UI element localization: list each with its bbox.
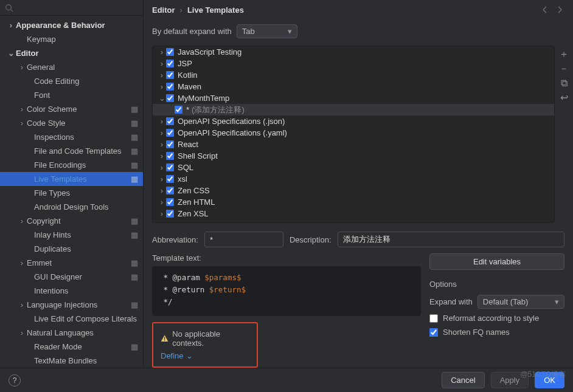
sidebar-item-live-edit-of-compose-literals[interactable]: Live Edit of Compose Literals — [0, 312, 143, 326]
sidebar-item-language-injections[interactable]: ›Language Injections▦ — [0, 298, 143, 312]
nav-forward-icon[interactable] — [555, 5, 564, 15]
gear-icon: ▦ — [131, 160, 138, 170]
gear-icon: ▦ — [131, 216, 138, 225]
template-checkbox[interactable] — [166, 210, 174, 218]
sidebar-item-file-types[interactable]: File Types — [0, 186, 143, 200]
template-row[interactable]: ›React — [153, 139, 554, 150]
template-row[interactable]: ›Kotlin — [153, 69, 554, 81]
sidebar-item-inlay-hints[interactable]: Inlay Hints▦ — [0, 228, 143, 242]
sidebar-item-inspections[interactable]: Inspections▦ — [0, 130, 143, 144]
template-checkbox[interactable] — [166, 140, 174, 148]
sidebar-item-file-encodings[interactable]: File Encodings▦ — [0, 158, 143, 172]
shorten-checkbox[interactable] — [429, 328, 438, 337]
chevron-icon: › — [158, 59, 166, 68]
template-checkbox[interactable] — [166, 152, 174, 160]
sidebar-item-editor[interactable]: ⌄Editor — [0, 46, 143, 60]
template-row[interactable]: ›xsl — [153, 173, 554, 185]
sidebar-item-gui-designer[interactable]: GUI Designer▦ — [0, 270, 143, 284]
template-row[interactable]: ⌄MyMonthTemp — [153, 92, 554, 104]
template-checkbox[interactable] — [166, 187, 174, 194]
sidebar-item-android-design-tools[interactable]: Android Design Tools — [0, 200, 143, 214]
sidebar-item-label: Color Scheme — [27, 105, 128, 114]
sidebar-item-code-style[interactable]: ›Code Style▦ — [0, 116, 143, 130]
settings-tree: ›Appearance & BehaviorKeymap⌄Editor›Gene… — [0, 16, 143, 368]
sidebar-item-file-and-code-templates[interactable]: File and Code Templates▦ — [0, 144, 143, 158]
edit-variables-button[interactable]: Edit variables — [429, 253, 564, 270]
sidebar-item-keymap[interactable]: Keymap — [0, 32, 143, 46]
template-row[interactable]: ›JSP — [153, 58, 554, 69]
gear-icon: ▦ — [131, 230, 138, 239]
chevron-icon: ⌄ — [6, 49, 16, 58]
sidebar-item-duplicates[interactable]: Duplicates — [0, 242, 143, 256]
add-template-icon[interactable]: ＋ — [559, 49, 569, 59]
sidebar-item-intentions[interactable]: Intentions — [0, 284, 143, 298]
template-checkbox[interactable] — [166, 163, 174, 171]
cancel-button[interactable]: Cancel — [442, 372, 484, 388]
sidebar-item-general[interactable]: ›General — [0, 60, 143, 74]
template-checkbox[interactable] — [166, 129, 174, 137]
template-label: Kotlin — [178, 70, 198, 80]
sidebar-item-label: Code Style — [27, 119, 128, 128]
default-expand-combo[interactable]: Tab ▾ — [237, 24, 297, 38]
reformat-label[interactable]: Reformat according to style — [443, 314, 539, 323]
chevron-icon: › — [158, 186, 166, 195]
copy-template-icon[interactable]: ⧉ — [561, 78, 568, 88]
sidebar-item-label: Live Templates — [34, 174, 128, 184]
template-text-editor[interactable]: * @param $params$ * @return $return$ */ — [152, 266, 421, 316]
template-row[interactable]: ›Zen XSL — [153, 208, 554, 219]
chevron-icon: › — [17, 258, 27, 267]
context-warning-text: No applicable contexts. — [172, 329, 249, 348]
ok-button[interactable]: OK — [535, 372, 564, 388]
sidebar-item-label: Inspections — [34, 132, 128, 142]
desc-input[interactable] — [338, 232, 564, 247]
template-row[interactable]: ›Maven — [153, 81, 554, 92]
sidebar-item-copyright[interactable]: ›Copyright▦ — [0, 214, 143, 228]
template-row[interactable]: *(添加方法注释) — [153, 104, 554, 115]
template-checkbox[interactable] — [166, 48, 174, 56]
template-checkbox[interactable] — [166, 198, 174, 206]
template-checkbox[interactable] — [166, 60, 174, 67]
template-checkbox[interactable] — [166, 175, 174, 183]
sidebar-item-color-scheme[interactable]: ›Color Scheme▦ — [0, 102, 143, 116]
define-context-link[interactable]: Define ⌄ — [161, 351, 193, 360]
template-row[interactable]: ›SQL — [153, 162, 554, 173]
template-row[interactable]: ›OpenAPI Specifications (.yaml) — [153, 127, 554, 139]
sidebar-item-appearance-behavior[interactable]: ›Appearance & Behavior — [0, 18, 143, 32]
template-label: xsl — [178, 174, 187, 184]
expand-with-combo[interactable]: Default (Tab) ▾ — [478, 295, 564, 309]
settings-search[interactable] — [0, 0, 143, 16]
reformat-checkbox[interactable] — [429, 314, 438, 323]
shorten-label[interactable]: Shorten FQ names — [443, 328, 510, 337]
template-checkbox[interactable] — [166, 71, 174, 79]
template-checkbox[interactable] — [166, 94, 174, 102]
breadcrumb-parent[interactable]: Editor — [152, 5, 175, 15]
sidebar-item-code-editing[interactable]: Code Editing — [0, 74, 143, 88]
template-label: * — [186, 105, 189, 114]
sidebar-item-label: File Types — [34, 188, 138, 198]
template-checkbox[interactable] — [166, 83, 174, 91]
template-checkbox[interactable] — [175, 106, 182, 114]
apply-button[interactable]: Apply — [491, 372, 529, 388]
revert-template-icon[interactable]: ↩ — [560, 93, 568, 103]
chevron-icon: › — [158, 174, 166, 184]
sidebar-item-label: Duplicates — [34, 244, 138, 253]
template-row[interactable]: ›JavaScript Testing — [153, 46, 554, 58]
template-checkbox[interactable] — [166, 117, 174, 125]
sidebar-item-emmet[interactable]: ›Emmet▦ — [0, 256, 143, 270]
abbrev-input[interactable] — [204, 232, 283, 247]
sidebar-item-reader-mode[interactable]: Reader Mode▦ — [0, 340, 143, 354]
nav-back-icon[interactable] — [540, 5, 550, 15]
sidebar-item-font[interactable]: Font — [0, 88, 143, 102]
remove-template-icon[interactable]: － — [559, 64, 569, 74]
template-row[interactable]: ›Zen CSS — [153, 185, 554, 196]
template-row[interactable]: ›OpenAPI Specifications (.json) — [153, 115, 554, 127]
templates-toolbar: ＋ － ⧉ ↩ — [555, 43, 573, 225]
template-row[interactable]: ›Zen HTML — [153, 196, 554, 208]
templates-list[interactable]: ›JavaScript Testing›JSP›Kotlin›Maven⌄MyM… — [152, 46, 555, 223]
sidebar-item-textmate-bundles[interactable]: TextMate Bundles — [0, 354, 143, 368]
template-row[interactable]: ›Shell Script — [153, 150, 554, 162]
default-expand-label: By default expand with — [152, 27, 232, 36]
sidebar-item-live-templates[interactable]: Live Templates▦ — [0, 172, 143, 186]
help-button[interactable]: ? — [9, 374, 21, 387]
sidebar-item-natural-languages[interactable]: ›Natural Languages — [0, 326, 143, 340]
